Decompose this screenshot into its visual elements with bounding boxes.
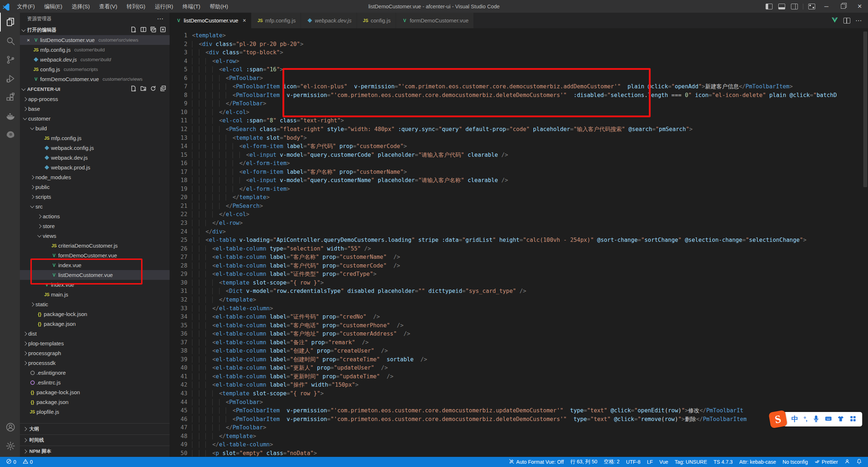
code-line[interactable]: 15 <el-input v-model="query.customerCode…: [170, 151, 868, 160]
tree-item[interactable]: build: [20, 123, 170, 133]
code-line[interactable]: 39 <el-table-column label="创建时间" prop="c…: [170, 355, 868, 364]
code-line[interactable]: 49 </el-table-column>: [170, 441, 868, 449]
tree-item[interactable]: node_modules: [20, 172, 170, 182]
sidebar-section-时间线[interactable]: 时间线: [20, 434, 170, 446]
open-editor-item[interactable]: VformDemoCustomer.vuecustomer\src\views: [20, 74, 170, 84]
tree-item[interactable]: .eslintignore: [20, 368, 170, 378]
code-line[interactable]: 37 <el-table-column label="备注" prop="rem…: [170, 338, 868, 347]
save-all-icon[interactable]: [150, 26, 156, 34]
code-text[interactable]: <el-col :span="16">: [192, 66, 283, 74]
code-line[interactable]: 23 </el-row>: [170, 219, 868, 228]
code-line[interactable]: 19 </el-form-item>: [170, 185, 868, 194]
new-folder-icon[interactable]: [140, 85, 146, 93]
code-text[interactable]: </template>: [192, 193, 270, 202]
tab-listDemoCustomer.vue[interactable]: VlistDemoCustomer.vue×: [170, 13, 251, 28]
menu-item[interactable]: 选择(S): [67, 0, 94, 13]
code-text[interactable]: <el-row>: [192, 57, 239, 66]
code-line[interactable]: 17 <el-form-item label="客户名称" prop="cust…: [170, 168, 868, 177]
keyboard-icon[interactable]: [825, 415, 832, 424]
status-item[interactable]: No tsconfig: [780, 459, 810, 465]
code-text[interactable]: <el-table-column label="客户名称" prop="cust…: [192, 253, 400, 262]
refresh-icon[interactable]: [150, 85, 156, 93]
code-line[interactable]: 26 <el-table-column type="selection" wid…: [170, 245, 868, 253]
customize-layout-icon[interactable]: [808, 4, 815, 9]
code-line[interactable]: 33 </el-table-column>: [170, 304, 868, 313]
code-text[interactable]: <PmToolbar>: [192, 74, 263, 83]
toggle-panel-icon[interactable]: [778, 4, 785, 9]
tree-item[interactable]: scripts: [20, 192, 170, 202]
activity-explorer-icon[interactable]: [0, 13, 20, 31]
code-line[interactable]: 27 <el-table-column label="客户名称" prop="c…: [170, 253, 868, 262]
code-text[interactable]: <el-table-column label="备注" prop="remark…: [192, 338, 369, 347]
code-line[interactable]: 28 <el-table-column label="客户代码" prop="c…: [170, 262, 868, 270]
code-text[interactable]: <PmSearch class="float-right" style="wid…: [192, 125, 693, 134]
tree-item[interactable]: customer: [20, 114, 170, 123]
close-icon[interactable]: ×: [243, 17, 246, 24]
code-text[interactable]: </PmToolbar>: [192, 100, 266, 108]
code-line[interactable]: 6 <PmToolbar>: [170, 74, 868, 83]
code-line[interactable]: 12 <PmSearch class="float-right" style="…: [170, 125, 868, 134]
more-actions-icon[interactable]: ⋯: [855, 17, 862, 25]
code-line[interactable]: 50 <p slot="empty" class="noData">: [170, 449, 868, 457]
activity-edge-icon[interactable]: [0, 126, 20, 144]
toolbox-grid-icon[interactable]: [850, 415, 856, 424]
code-text[interactable]: <PmToolbarItem v-permission="'com.primet…: [192, 415, 747, 424]
editor-layout-icon[interactable]: [140, 26, 146, 34]
status-item[interactable]: [854, 459, 864, 465]
ime-mode-chinese[interactable]: 中: [791, 415, 798, 424]
code-text[interactable]: </el-form-item>: [192, 159, 290, 168]
open-editor-item[interactable]: webpack.dev.jscustomer\build: [20, 55, 170, 64]
status-item[interactable]: [842, 459, 852, 465]
code-line[interactable]: 44 <PmToolbar>: [170, 398, 868, 407]
restore-button[interactable]: [835, 0, 851, 13]
status-error-count[interactable]: 0: [4, 459, 19, 465]
code-line[interactable]: 9 </PmToolbar>: [170, 100, 868, 108]
sidebar-section-大纲[interactable]: 大纲: [20, 423, 170, 434]
code-area[interactable]: 1<template>2 <div class="pl-20 pr-20 pb-…: [170, 28, 868, 457]
activity-docker-icon[interactable]: [0, 107, 20, 126]
close-all-editors-icon[interactable]: [160, 26, 166, 34]
code-text[interactable]: </el-row>: [192, 219, 243, 228]
code-text[interactable]: <p slot="empty" class="noData">: [192, 449, 317, 457]
code-text[interactable]: <el-form-item label="客户代码" prop="custome…: [192, 142, 407, 151]
status-item[interactable]: Prettier: [812, 459, 841, 465]
close-window-button[interactable]: ✕: [851, 0, 868, 13]
tree-item[interactable]: processsdk: [20, 358, 170, 368]
code-line[interactable]: 16 </el-form-item>: [170, 159, 868, 168]
tab-mfp.config.js[interactable]: JSmfp.config.js: [251, 13, 301, 28]
code-text[interactable]: <div class="pl-20 pr-20 pb-20">: [192, 40, 303, 49]
tree-item[interactable]: Vindex.vue: [20, 280, 170, 290]
code-line[interactable]: 5 <el-col :span="16">: [170, 66, 868, 74]
sidebar-section-NPM 脚本[interactable]: NPM 脚本: [20, 446, 170, 457]
toggle-secondary-sidebar-icon[interactable]: [791, 4, 798, 9]
tab-webpack.dev.js[interactable]: webpack.dev.js: [301, 13, 357, 28]
code-text[interactable]: <template>: [192, 31, 226, 40]
menu-item[interactable]: 转到(G): [122, 0, 150, 13]
code-line[interactable]: 31 <Dict v-model="row.credentialsType" d…: [170, 287, 868, 296]
status-warn-count[interactable]: 0: [20, 459, 35, 465]
code-text[interactable]: <el-table-column label="证件类型" prop="cred…: [192, 270, 376, 279]
tree-item[interactable]: {}package.json: [20, 319, 170, 329]
status-item[interactable]: UTF-8: [624, 459, 643, 465]
code-text[interactable]: </el-form-item>: [192, 185, 290, 194]
tree-item[interactable]: {}package-lock.json: [20, 309, 170, 319]
tree-item[interactable]: plop-templates: [20, 338, 170, 348]
code-line[interactable]: 4 <el-row>: [170, 57, 868, 66]
ime-punctuation-icon[interactable]: °,: [804, 416, 807, 423]
tree-item[interactable]: JScriteriaDemoCustomer.js: [20, 241, 170, 251]
code-text[interactable]: <el-input v-model="query.customerCode" p…: [192, 151, 508, 160]
open-editor-item[interactable]: ×VlistDemoCustomer.vuecustomer\src\views: [20, 35, 170, 45]
code-line[interactable]: 14 <el-form-item label="客户代码" prop="cust…: [170, 142, 868, 151]
code-text[interactable]: </el-table-column>: [192, 441, 273, 449]
code-line[interactable]: 35 <el-table-column label="客户电话" prop="c…: [170, 321, 868, 330]
tree-item[interactable]: views: [20, 231, 170, 241]
status-item[interactable]: 行 63, 列 50: [568, 459, 600, 465]
code-line[interactable]: 25 <el-table v-loading="ApiController.qu…: [170, 236, 868, 245]
code-line[interactable]: 24 </div>: [170, 228, 868, 236]
code-line[interactable]: 30 <template slot-scope="{ row }">: [170, 279, 868, 287]
code-text[interactable]: </el-col>: [192, 210, 250, 219]
code-line[interactable]: 34 <el-table-column label="证件号码" prop="c…: [170, 313, 868, 321]
code-text[interactable]: <el-form-item label="客户名称" prop="custome…: [192, 168, 407, 177]
code-text[interactable]: <el-table v-loading="ApiController.query…: [192, 236, 807, 245]
collapse-folders-icon[interactable]: [160, 85, 166, 93]
